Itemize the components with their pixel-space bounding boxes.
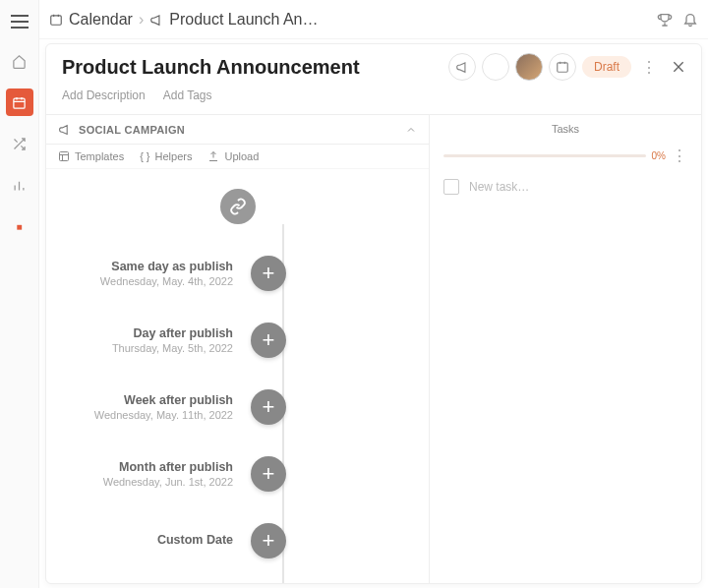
templates-icon [58,150,70,162]
timeline-slot: Month after publish Wednesday, Jun. 1st,… [46,456,429,492]
megaphone-icon [58,123,71,136]
breadcrumb-current: Product Launch An… [169,11,318,29]
avatar[interactable] [515,53,543,81]
timeline-slot: Day after publish Thursday, May. 5th, 20… [46,323,429,358]
slot-title: Custom Date [46,533,233,547]
calendar-icon[interactable] [6,88,33,116]
slot-title: Week after publish [46,393,233,407]
task-checkbox[interactable] [443,179,459,195]
megaphone-pill-icon[interactable] [448,53,476,81]
chevron-up-icon [405,124,417,136]
empty-pill-icon[interactable] [482,53,509,81]
slot-date: Wednesday, May. 4th, 2022 [46,275,233,287]
social-campaign-header[interactable]: SOCIAL CAMPAIGN [46,115,429,145]
upload-button[interactable]: Upload [207,150,259,162]
social-campaign-pane: SOCIAL CAMPAIGN Templates { }Helpers Upl… [46,115,430,583]
add-slot-button[interactable]: + [251,256,286,291]
sidebar: ■ [0,0,39,588]
braces-icon: { } [140,150,149,162]
trophy-icon[interactable] [657,12,673,28]
close-icon[interactable] [667,55,690,79]
new-task-row[interactable]: New task… [430,169,701,205]
analytics-icon[interactable] [6,171,33,199]
svg-rect-1 [51,15,62,24]
tasks-progress: 0% ⋮ [430,143,701,169]
progress-percent: 0% [652,150,666,161]
tasks-header: Tasks [430,115,701,143]
progress-bar [443,154,646,157]
svg-rect-2 [558,63,568,72]
tasks-more-icon[interactable]: ⋮ [672,147,687,165]
svg-rect-3 [60,152,69,161]
timeline-slot: Same day as publish Wednesday, May. 4th,… [46,256,429,291]
timeline: Same day as publish Wednesday, May. 4th,… [46,169,429,583]
notification-dot-icon[interactable]: ■ [6,212,33,240]
breadcrumb: Calendar › Product Launch An… [49,11,318,29]
tasks-pane: Tasks 0% ⋮ New task… [430,115,701,583]
calendar-pill-icon[interactable] [549,53,576,81]
slot-title: Month after publish [46,460,233,474]
bell-icon[interactable] [682,12,698,28]
add-description-button[interactable]: Add Description [62,88,146,102]
breadcrumb-calendar[interactable]: Calendar [69,11,133,29]
new-task-placeholder: New task… [469,180,529,194]
upload-icon [207,150,219,162]
add-tags-button[interactable]: Add Tags [163,88,212,102]
more-icon[interactable]: ⋮ [637,55,661,79]
megaphone-small-icon [149,13,163,27]
add-slot-button[interactable]: + [251,456,286,492]
shuffle-icon[interactable] [6,130,33,157]
svg-rect-0 [14,98,25,108]
content-card: Draft ⋮ Product Launch Announcement Add … [45,43,702,584]
slot-date: Wednesday, Jun. 1st, 2022 [46,476,233,488]
link-icon[interactable] [220,189,256,224]
social-toolbar: Templates { }Helpers Upload [46,145,429,169]
status-badge[interactable]: Draft [582,56,631,78]
timeline-slot: Custom Date + [46,523,429,559]
hamburger-menu[interactable] [8,10,31,33]
slot-title: Same day as publish [46,260,233,273]
slot-date: Wednesday, May. 11th, 2022 [46,409,233,421]
slot-date: Thursday, May. 5th, 2022 [46,342,233,354]
templates-button[interactable]: Templates [58,150,124,162]
home-icon[interactable] [6,47,33,75]
social-campaign-label: SOCIAL CAMPAIGN [79,124,185,136]
add-slot-button[interactable]: + [251,323,286,358]
timeline-slot: Week after publish Wednesday, May. 11th,… [46,389,429,425]
topbar: Calendar › Product Launch An… [39,0,708,39]
slot-title: Day after publish [46,326,233,340]
breadcrumb-separator: › [139,11,144,29]
calendar-small-icon [49,13,63,27]
add-slot-button[interactable]: + [251,523,286,559]
helpers-button[interactable]: { }Helpers [140,150,192,162]
card-actions: Draft ⋮ [448,53,690,81]
add-slot-button[interactable]: + [251,389,286,425]
